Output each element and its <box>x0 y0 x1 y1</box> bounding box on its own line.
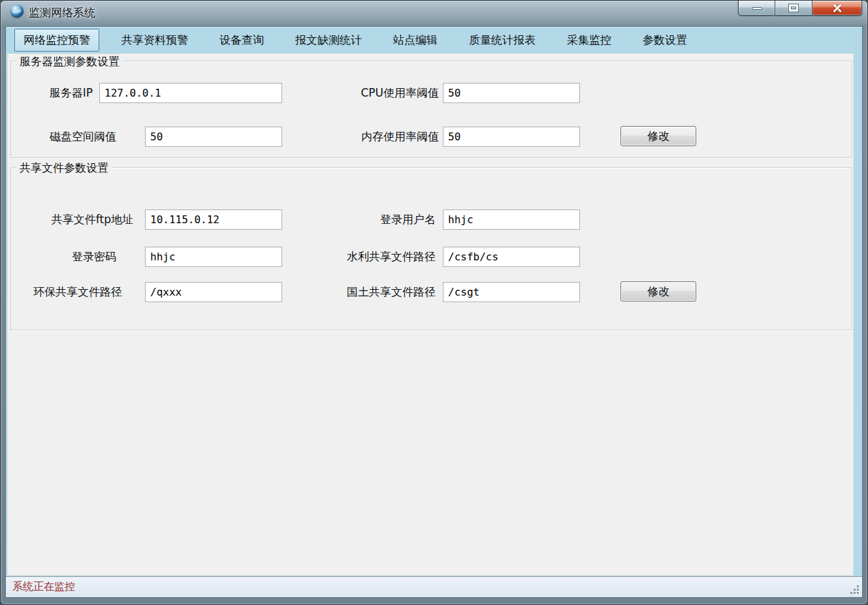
water-share-path-input[interactable] <box>443 247 580 267</box>
cpu-threshold-input[interactable] <box>443 83 580 103</box>
maximize-icon <box>789 5 798 12</box>
server-ip-input[interactable] <box>99 83 282 103</box>
window-controls <box>738 0 862 16</box>
disk-threshold-label: 磁盘空间阈值 <box>21 127 116 147</box>
login-password-label: 登录密码 <box>21 247 116 267</box>
memory-threshold-input[interactable] <box>443 127 580 147</box>
globe-icon <box>10 5 24 18</box>
server-ip-label: 服务器IP <box>21 83 93 103</box>
tab-site-edit[interactable]: 站点编辑 <box>384 29 447 52</box>
title-bar[interactable]: 监测网络系统 <box>0 0 868 26</box>
ftp-address-input[interactable] <box>145 209 282 230</box>
status-message: 系统正在监控 <box>12 580 75 594</box>
close-button[interactable] <box>812 0 862 16</box>
land-share-path-label: 国土共享文件路径 <box>328 282 436 302</box>
tab-page-network-monitor: 服务器监测参数设置 服务器IP CPU使用率阈值 磁盘空间阈值 内存使用率阈值 … <box>7 54 854 576</box>
close-icon <box>831 2 843 14</box>
status-bar: 系统正在监控 <box>6 576 862 597</box>
tab-strip: 网络监控预警 共享资料预警 设备查询 报文缺测统计 站点编辑 质量统计报表 采集… <box>6 27 862 54</box>
tab-parameter-settings[interactable]: 参数设置 <box>634 29 696 52</box>
login-username-input[interactable] <box>443 209 580 230</box>
app-window: 监测网络系统 网络监控预警 共享资料预警 设备查询 报文缺测统计 站点编辑 质量… <box>0 0 868 605</box>
window-title: 监测网络系统 <box>29 5 95 20</box>
client-area: 网络监控预警 共享资料预警 设备查询 报文缺测统计 站点编辑 质量统计报表 采集… <box>5 26 863 598</box>
tab-collect-monitor[interactable]: 采集监控 <box>558 29 620 52</box>
tab-quality-report[interactable]: 质量统计报表 <box>460 29 545 52</box>
tab-device-query[interactable]: 设备查询 <box>210 29 273 52</box>
server-params-group-title: 服务器监测参数设置 <box>16 54 123 69</box>
cpu-threshold-label: CPU使用率阈值 <box>328 83 439 103</box>
share-params-group-title: 共享文件参数设置 <box>16 161 112 176</box>
tab-shared-data-warning[interactable]: 共享资料预警 <box>112 29 197 52</box>
minimize-button[interactable] <box>738 0 775 16</box>
resize-grip-icon[interactable] <box>850 585 860 595</box>
env-share-path-input[interactable] <box>145 282 282 302</box>
maximize-button[interactable] <box>775 0 812 16</box>
memory-threshold-label: 内存使用率阈值 <box>328 127 439 147</box>
login-password-input[interactable] <box>145 247 282 267</box>
tab-message-missing-stats[interactable]: 报文缺测统计 <box>286 29 371 52</box>
ftp-address-label: 共享文件ftp地址 <box>21 209 133 230</box>
share-modify-button[interactable]: 修改 <box>620 281 696 302</box>
disk-threshold-input[interactable] <box>145 127 282 147</box>
server-modify-button[interactable]: 修改 <box>620 126 696 146</box>
login-username-label: 登录用户名 <box>328 209 436 230</box>
tab-network-monitor-warning[interactable]: 网络监控预警 <box>14 29 99 52</box>
minimize-icon <box>752 7 762 10</box>
land-share-path-input[interactable] <box>443 282 580 302</box>
water-share-path-label: 水利共享文件路径 <box>328 247 436 267</box>
env-share-path-label: 环保共享文件路径 <box>21 282 122 302</box>
